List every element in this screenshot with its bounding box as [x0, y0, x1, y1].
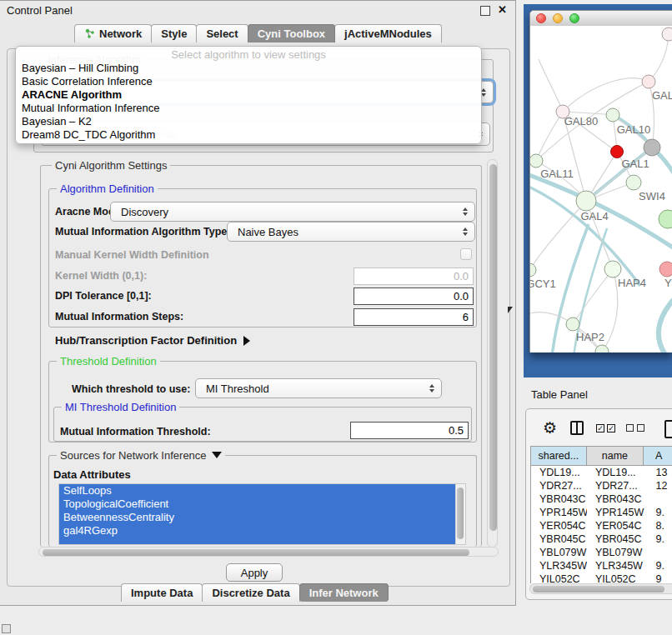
- tab-cyni-toolbox[interactable]: Cyni Toolbox: [248, 24, 335, 42]
- table-row[interactable]: YDL19...YDL19...13: [531, 466, 672, 479]
- tab-infer-network[interactable]: Infer Network: [299, 583, 389, 602]
- mi-steps-label: Mutual Information Steps:: [55, 311, 183, 322]
- table-cell: YBR045C: [587, 532, 644, 546]
- scrollbar-thumb[interactable]: [43, 549, 469, 556]
- settings-horizontal-scrollbar[interactable]: [38, 547, 499, 557]
- close-traffic-light-icon[interactable]: [536, 13, 546, 23]
- apply-button[interactable]: Apply: [226, 563, 283, 582]
- kernel-width-field[interactable]: 0.0: [354, 268, 474, 285]
- data-attribute-item[interactable]: [59, 538, 456, 545]
- aracne-mode-combo[interactable]: Discovery: [110, 202, 475, 222]
- zoom-traffic-light-icon[interactable]: [569, 13, 579, 23]
- tab-jactivemnodules[interactable]: jActiveMNodules: [334, 24, 442, 42]
- gear-icon[interactable]: ⚙: [543, 420, 557, 436]
- tab-style[interactable]: Style: [151, 24, 197, 42]
- col-header-shared-name[interactable]: shared...: [531, 447, 587, 465]
- list-vertical-scrollbar[interactable]: [455, 484, 465, 545]
- algorithm-option[interactable]: Bayesian – K2: [16, 115, 481, 128]
- which-threshold-combo[interactable]: MI Threshold: [195, 378, 442, 398]
- table-row[interactable]: YBR043CYBR043C: [531, 492, 672, 506]
- deselect-all-icon[interactable]: [626, 424, 634, 432]
- hub-definition-toggle[interactable]: Hub/Transcription Factor Definition: [55, 334, 250, 347]
- algorithm-option[interactable]: Mutual Information Inference: [16, 102, 481, 115]
- data-attributes-list[interactable]: SelfLoopsTopologicalCoefficientBetweenne…: [58, 483, 466, 545]
- table-horizontal-scrollbar[interactable]: [529, 583, 672, 594]
- sources-toggle[interactable]: Sources for Network Inference: [57, 449, 225, 462]
- network-edge[interactable]: [539, 59, 563, 112]
- network-node[interactable]: [644, 139, 660, 156]
- data-attributes-label: Data Attributes: [53, 468, 131, 481]
- tab-network[interactable]: Network: [74, 24, 152, 42]
- new-column-icon[interactable]: [664, 420, 672, 438]
- minimize-traffic-light-icon[interactable]: [553, 13, 563, 23]
- scrollbar-thumb[interactable]: [489, 164, 497, 531]
- expand-arrow-icon: [243, 336, 250, 346]
- tab-select[interactable]: Select: [196, 24, 248, 42]
- table-cell: [644, 492, 672, 506]
- col-header-name[interactable]: name: [587, 447, 644, 465]
- select-all-icon[interactable]: ✓: [596, 424, 604, 432]
- app-root: { "colors": { "accent_blue": "#2626cf", …: [0, 0, 672, 635]
- table-row[interactable]: YBL079WYBL079W: [531, 546, 672, 559]
- network-node-label: GAL4: [580, 210, 608, 222]
- table-cell: 12: [644, 479, 672, 492]
- network-node-gcy1[interactable]: [530, 263, 536, 277]
- network-node[interactable]: [659, 210, 672, 228]
- network-edge-highlighted[interactable]: [659, 298, 672, 352]
- network-node-gal4[interactable]: [576, 191, 596, 211]
- algorithm-option[interactable]: Dream8 DC_TDC Algorithm: [16, 128, 481, 142]
- data-attribute-item[interactable]: TopologicalCoefficient: [59, 498, 456, 511]
- algorithm-option[interactable]: Basic Correlation Inference: [16, 75, 481, 88]
- network-node-gal1[interactable]: [611, 146, 624, 158]
- network-node-hap2[interactable]: [566, 318, 579, 331]
- table-row[interactable]: YLR345WYLR345W9.: [531, 559, 672, 572]
- network-node-y[interactable]: [659, 262, 672, 277]
- manual-kernel-checkbox[interactable]: [460, 248, 472, 260]
- algorithm-popup-list: Bayesian – Hill ClimbingBasic Correlatio…: [16, 62, 481, 142]
- combo-arrows-icon: [429, 384, 434, 392]
- data-attribute-item[interactable]: gal4RGexp: [59, 524, 456, 538]
- mi-threshold-group-title: MI Threshold Definition: [62, 401, 179, 413]
- mi-threshold-field[interactable]: 0.5: [350, 422, 469, 439]
- col-header-partial[interactable]: A: [644, 447, 672, 465]
- close-window-icon[interactable]: ✕: [498, 3, 507, 16]
- mi-steps-field[interactable]: 6: [354, 308, 474, 326]
- network-edge[interactable]: [573, 269, 613, 324]
- network-edge[interactable]: [530, 201, 586, 270]
- table-row[interactable]: YPR145WYPR145W9.: [531, 506, 672, 519]
- tab-discretize-data[interactable]: Discretize Data: [202, 583, 299, 602]
- deselect-all-icon2[interactable]: [637, 424, 644, 432]
- float-window-icon[interactable]: [480, 6, 490, 16]
- algorithm-option[interactable]: Bayesian – Hill Climbing: [16, 62, 481, 75]
- network-edge[interactable]: [536, 112, 563, 161]
- algorithm-option[interactable]: ARACNE Algorithm: [16, 88, 481, 102]
- data-attribute-item[interactable]: BetweennessCentrality: [59, 511, 456, 524]
- table-panel-title: Table Panel: [531, 388, 588, 401]
- network-node-gal[interactable]: [642, 75, 655, 88]
- network-node[interactable]: [662, 28, 672, 41]
- collapsed-panel-icon[interactable]: [2, 624, 11, 633]
- mi-type-combo[interactable]: Naive Bayes: [227, 222, 475, 242]
- tab-impute-data[interactable]: Impute Data: [121, 583, 203, 602]
- scrollbar-thumb[interactable]: [457, 488, 464, 539]
- table-body[interactable]: YDL19...YDL19...13YDR27...YDR27...12YBR0…: [530, 466, 672, 583]
- network-node-swi4[interactable]: [626, 175, 641, 190]
- table-row[interactable]: YBR045CYBR045C9.: [531, 532, 672, 546]
- network-node-hap4[interactable]: [604, 261, 621, 278]
- split-columns-icon[interactable]: [570, 421, 584, 435]
- manual-kernel-label: Manual Kernel Width Definition: [55, 249, 209, 261]
- table-row[interactable]: YDR27...YDR27...12: [531, 479, 672, 492]
- data-attribute-item[interactable]: SelfLoops: [59, 484, 456, 498]
- network-node-gal11[interactable]: [530, 154, 543, 168]
- settings-vertical-scrollbar[interactable]: [487, 159, 498, 548]
- scrollbar-thumb[interactable]: [533, 586, 664, 592]
- network-node-gal10[interactable]: [606, 108, 619, 122]
- table-row[interactable]: YIL052CYIL052C9: [531, 572, 672, 583]
- table-cell: YBL079W: [587, 546, 644, 559]
- dpi-tolerance-field[interactable]: 0.0: [354, 288, 474, 305]
- network-canvas[interactable]: GALGAL80GAL10GAL1GAL11SWI4GAL4GCY1HAP4YH…: [530, 26, 672, 352]
- table-row[interactable]: YER054CYER054C8.: [531, 519, 672, 532]
- select-all-icon2[interactable]: ✓: [607, 424, 615, 432]
- network-window-titlebar[interactable]: [530, 11, 672, 27]
- network-edge[interactable]: [649, 36, 669, 82]
